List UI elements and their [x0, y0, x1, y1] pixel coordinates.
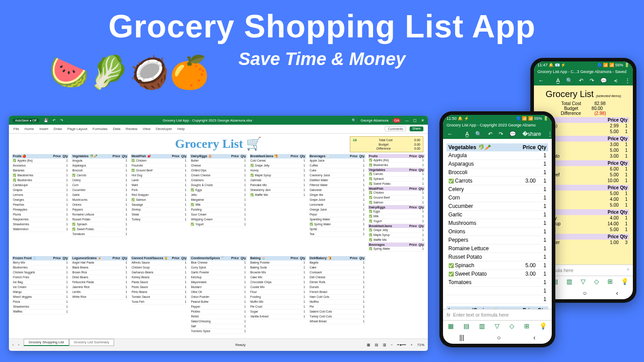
paint-icon[interactable]: ◇: [509, 322, 514, 329]
list-item[interactable]: Vanilla Extract1: [250, 314, 306, 319]
list-item[interactable]: Baking Soda1: [250, 265, 306, 270]
undo-icon[interactable]: ↶: [488, 131, 492, 137]
view-layout-icon[interactable]: ▤: [375, 343, 378, 347]
summary-item[interactable]: Yogurt1: [368, 219, 425, 224]
list-item[interactable]: Muffins1: [309, 300, 365, 305]
list-item[interactable]: French Bread1: [309, 290, 365, 295]
insert-icon[interactable]: ▥: [479, 322, 485, 329]
list-item[interactable]: Romaine Lettuce1: [447, 244, 548, 253]
list-item[interactable]: Cucumber1: [447, 202, 548, 211]
list-item[interactable]: Pickles1: [190, 309, 246, 314]
list-item[interactable]: Sparkling Water1: [309, 217, 365, 222]
list-item[interactable]: Brown Rice1: [71, 270, 128, 275]
share-icon[interactable]: �share: [522, 131, 541, 137]
autosave-toggle[interactable]: AutoSave ● Off: [12, 118, 39, 122]
list-item[interactable]: Corn1: [447, 194, 548, 202]
list-item[interactable]: Blue Cheese1: [190, 260, 246, 265]
list-item[interactable]: Ketchup1: [190, 275, 246, 280]
list-item[interactable]: Tomato Sauce1: [131, 295, 187, 300]
list-item[interactable]: Spring Water1: [309, 222, 365, 227]
list-item[interactable]: 1: [447, 287, 548, 295]
list-item[interactable]: Celery1: [71, 178, 128, 183]
sheet-tab-summary[interactable]: Grocery List Summary: [69, 339, 115, 346]
list-item[interactable]: Asparagus1: [447, 160, 548, 168]
maximize-icon[interactable]: ▢: [413, 118, 417, 122]
list-item[interactable]: Garbanzo Beans1: [131, 270, 187, 275]
list-item[interactable]: Cucumber1: [71, 188, 128, 193]
list-item[interactable]: Orange Juice1: [309, 207, 365, 212]
list-item[interactable]: Avocados1: [12, 163, 69, 168]
list-item[interactable]: Baking Powder1: [250, 260, 306, 265]
summary-item[interactable]: Maple Syrup1: [368, 233, 425, 238]
close-icon[interactable]: ✕: [421, 118, 424, 122]
list-item[interactable]: Shrimp1: [131, 207, 187, 212]
lightbulb-icon[interactable]: 💡: [539, 322, 547, 329]
list-item[interactable]: Corn1: [71, 183, 128, 188]
summary-item[interactable]: Grape Jelly1: [368, 228, 425, 233]
list-item[interactable]: Ice Cream1: [12, 285, 69, 290]
search-icon[interactable]: 🔍: [566, 77, 573, 84]
list-item[interactable]: Sausage1: [131, 203, 187, 207]
list-item[interactable]: Russet Potato1: [71, 217, 128, 222]
list-item[interactable]: Carrots3.001: [447, 177, 548, 185]
list-item[interactable]: Garlic1: [71, 193, 128, 198]
list-item[interactable]: Strawberries1: [12, 222, 69, 227]
save-icon[interactable]: 💾: [44, 118, 48, 122]
summary-item[interactable]: Eggs1: [368, 209, 425, 214]
list-item[interactable]: Sugar1: [250, 309, 306, 314]
ribbon-tab-draw[interactable]: Draw: [53, 127, 62, 131]
list-item[interactable]: Blackberries1: [12, 173, 69, 178]
paint-icon[interactable]: ◇: [594, 278, 599, 285]
list-item[interactable]: Lamb1: [131, 178, 187, 183]
list-item[interactable]: Wheat Bread1: [309, 319, 365, 324]
list-item[interactable]: Cookie Mix1: [250, 285, 306, 290]
list-item[interactable]: Turkey Cold Cuts1: [309, 314, 365, 319]
list-item[interactable]: Strawberries1: [12, 305, 69, 309]
table-icon[interactable]: ⊞: [607, 278, 613, 285]
list-item[interactable]: Garlic1: [447, 211, 548, 219]
list-item[interactable]: Pesto Sauce1: [131, 285, 187, 290]
list-item[interactable]: Peppers1: [71, 207, 128, 212]
list-item[interactable]: Jello1: [190, 193, 246, 198]
list-item[interactable]: Broccoli1: [447, 168, 548, 177]
summary-item[interactable]: Spring Water1: [368, 247, 425, 252]
list-item[interactable]: Cream Cheese1: [190, 173, 246, 178]
lightbulb-icon[interactable]: 💡: [621, 278, 628, 285]
summary-item[interactable]: Carrots1: [368, 172, 425, 177]
summary-item[interactable]: Ground Beef1: [368, 195, 425, 200]
sheet-tab-shopping-list[interactable]: Grocery Shopping List: [24, 339, 69, 346]
list-item[interactable]: Ginger Ale1: [309, 193, 365, 198]
list-item[interactable]: Asparagus1: [71, 163, 128, 168]
share-icon[interactable]: ⪪: [613, 77, 619, 84]
list-item[interactable]: Bagels1: [309, 260, 365, 265]
list-item[interactable]: Romaine Lettuce1: [71, 212, 128, 217]
redo-icon[interactable]: ↷: [499, 131, 503, 137]
list-item[interactable]: Cake Mix1: [250, 275, 306, 280]
back-nav-icon[interactable]: ‹: [533, 334, 536, 341]
list-item[interactable]: Pepper1: [190, 305, 246, 309]
list-item[interactable]: Croissant1: [309, 270, 365, 275]
zoom-level[interactable]: 71%: [417, 343, 424, 347]
redo-icon[interactable]: ↷: [590, 77, 594, 84]
view-normal-icon[interactable]: ▦: [367, 343, 370, 347]
list-item[interactable]: Dried Beans1: [71, 275, 128, 280]
list-item[interactable]: Ice Bag1: [12, 280, 69, 285]
list-item[interactable]: Muffin Mix1: [250, 300, 306, 305]
list-item[interactable]: Margarine1: [190, 198, 246, 203]
search-icon[interactable]: 🔍: [352, 118, 356, 122]
ribbon-tab-file[interactable]: File: [13, 127, 19, 131]
list-item[interactable]: Brownie Mix1: [250, 270, 306, 275]
phone1-formula-bar[interactable]: fx Enter text or formula here: [443, 309, 552, 320]
user-avatar[interactable]: GA: [393, 118, 401, 123]
list-item[interactable]: Salt1: [190, 324, 246, 329]
list-item[interactable]: Flounder1: [131, 163, 187, 168]
filter-icon[interactable]: ▽: [495, 322, 500, 329]
more-icon[interactable]: ⋮: [547, 131, 552, 137]
list-item[interactable]: Grapes1: [12, 188, 69, 193]
minimize-icon[interactable]: —: [405, 118, 409, 122]
list-item[interactable]: Lentils1: [71, 290, 128, 295]
list-item[interactable]: Chilled Dips1: [190, 168, 246, 173]
summary-item[interactable]: Spinach1: [368, 177, 425, 182]
list-item[interactable]: Bananas1: [12, 168, 69, 173]
ribbon-tab-insert[interactable]: Insert: [39, 127, 48, 131]
